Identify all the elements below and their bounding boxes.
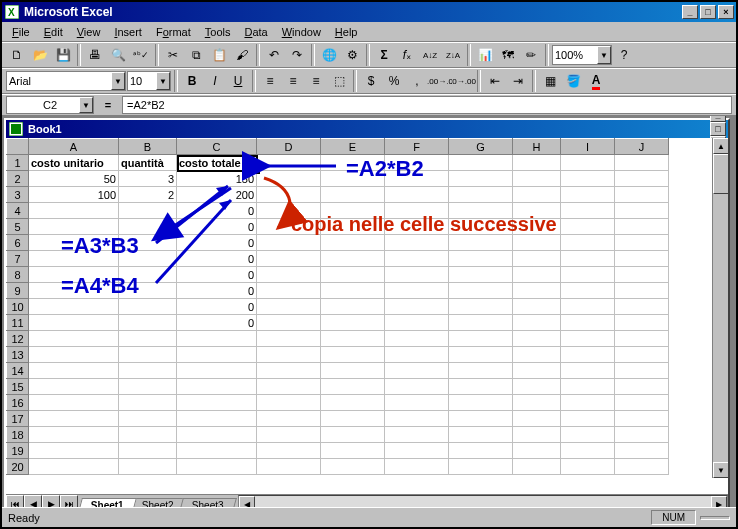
- cell-H2[interactable]: [513, 171, 561, 187]
- cell-A9[interactable]: [29, 283, 119, 299]
- cell-G18[interactable]: [449, 427, 513, 443]
- save-icon[interactable]: 💾: [52, 44, 74, 66]
- chart-wizard-icon[interactable]: 📊: [474, 44, 496, 66]
- cell-H14[interactable]: [513, 363, 561, 379]
- row-header-14[interactable]: 14: [7, 363, 29, 379]
- cell-J1[interactable]: [615, 155, 669, 171]
- align-left-icon[interactable]: ≡: [259, 70, 281, 92]
- cell-F4[interactable]: [385, 203, 449, 219]
- decrease-decimal-icon[interactable]: .0→.00: [452, 70, 474, 92]
- cell-D16[interactable]: [257, 395, 321, 411]
- cell-D3[interactable]: [257, 187, 321, 203]
- cell-D19[interactable]: [257, 443, 321, 459]
- cell-H9[interactable]: [513, 283, 561, 299]
- hyperlink-icon[interactable]: 🌐: [318, 44, 340, 66]
- cell-C13[interactable]: [177, 347, 257, 363]
- cell-H15[interactable]: [513, 379, 561, 395]
- sheet-tab-2[interactable]: Sheet2: [129, 498, 186, 507]
- cell-J5[interactable]: [615, 219, 669, 235]
- cell-B6[interactable]: [119, 235, 177, 251]
- cell-H18[interactable]: [513, 427, 561, 443]
- cell-H11[interactable]: [513, 315, 561, 331]
- cell-G6[interactable]: [449, 235, 513, 251]
- cell-A4[interactable]: [29, 203, 119, 219]
- cell-F14[interactable]: [385, 363, 449, 379]
- scroll-up-icon[interactable]: ▲: [713, 138, 728, 154]
- scroll-thumb[interactable]: [713, 154, 728, 194]
- cell-G16[interactable]: [449, 395, 513, 411]
- cell-B3[interactable]: 2: [119, 187, 177, 203]
- cell-I19[interactable]: [561, 443, 615, 459]
- cell-G9[interactable]: [449, 283, 513, 299]
- cell-F11[interactable]: [385, 315, 449, 331]
- cell-A13[interactable]: [29, 347, 119, 363]
- cell-D1[interactable]: [257, 155, 321, 171]
- cell-D12[interactable]: [257, 331, 321, 347]
- cell-D9[interactable]: [257, 283, 321, 299]
- grid[interactable]: ABCDEFGHIJ1costo unitarioquantitàcosto t…: [6, 138, 669, 475]
- comma-icon[interactable]: ,: [406, 70, 428, 92]
- cell-A17[interactable]: [29, 411, 119, 427]
- cell-B4[interactable]: [119, 203, 177, 219]
- cell-A18[interactable]: [29, 427, 119, 443]
- cell-A14[interactable]: [29, 363, 119, 379]
- cell-D15[interactable]: [257, 379, 321, 395]
- cell-F12[interactable]: [385, 331, 449, 347]
- row-header-7[interactable]: 7: [7, 251, 29, 267]
- cell-D18[interactable]: [257, 427, 321, 443]
- maximize-button[interactable]: □: [700, 5, 716, 19]
- cell-J13[interactable]: [615, 347, 669, 363]
- cell-H17[interactable]: [513, 411, 561, 427]
- cell-J2[interactable]: [615, 171, 669, 187]
- scroll-left-icon[interactable]: ◀: [239, 496, 255, 507]
- drawing-icon[interactable]: ✏: [520, 44, 542, 66]
- cell-I16[interactable]: [561, 395, 615, 411]
- sheet-tab-3[interactable]: Sheet3: [179, 498, 236, 507]
- web-toolbar-icon[interactable]: ⚙: [341, 44, 363, 66]
- row-header-10[interactable]: 10: [7, 299, 29, 315]
- paste-icon[interactable]: 📋: [208, 44, 230, 66]
- cell-C14[interactable]: [177, 363, 257, 379]
- cell-A11[interactable]: [29, 315, 119, 331]
- currency-icon[interactable]: $: [360, 70, 382, 92]
- cell-E1[interactable]: [321, 155, 385, 171]
- cell-B9[interactable]: [119, 283, 177, 299]
- cell-B2[interactable]: 3: [119, 171, 177, 187]
- cell-H5[interactable]: [513, 219, 561, 235]
- cell-I7[interactable]: [561, 251, 615, 267]
- spellcheck-icon[interactable]: ᵃᵇ✓: [130, 44, 152, 66]
- cell-H13[interactable]: [513, 347, 561, 363]
- cell-E20[interactable]: [321, 459, 385, 475]
- cell-E4[interactable]: [321, 203, 385, 219]
- cell-J18[interactable]: [615, 427, 669, 443]
- cell-G14[interactable]: [449, 363, 513, 379]
- row-header-18[interactable]: 18: [7, 427, 29, 443]
- column-header-C[interactable]: C: [177, 139, 257, 155]
- font-color-icon[interactable]: A: [585, 70, 607, 92]
- row-header-3[interactable]: 3: [7, 187, 29, 203]
- print-icon[interactable]: 🖶: [84, 44, 106, 66]
- cell-D20[interactable]: [257, 459, 321, 475]
- decrease-indent-icon[interactable]: ⇤: [484, 70, 506, 92]
- cell-I9[interactable]: [561, 283, 615, 299]
- cell-C3[interactable]: 200: [177, 187, 257, 203]
- cell-C9[interactable]: 0: [177, 283, 257, 299]
- cell-D10[interactable]: [257, 299, 321, 315]
- cell-G13[interactable]: [449, 347, 513, 363]
- cell-E19[interactable]: [321, 443, 385, 459]
- format-painter-icon[interactable]: 🖌: [231, 44, 253, 66]
- cell-J12[interactable]: [615, 331, 669, 347]
- cell-F13[interactable]: [385, 347, 449, 363]
- cell-E5[interactable]: [321, 219, 385, 235]
- cell-B15[interactable]: [119, 379, 177, 395]
- underline-icon[interactable]: U: [227, 70, 249, 92]
- cell-D6[interactable]: [257, 235, 321, 251]
- cell-F6[interactable]: [385, 235, 449, 251]
- scroll-down-icon[interactable]: ▼: [713, 462, 728, 478]
- menu-tools[interactable]: Tools: [199, 24, 237, 40]
- row-header-1[interactable]: 1: [7, 155, 29, 171]
- cell-D4[interactable]: [257, 203, 321, 219]
- help-icon[interactable]: ?: [613, 44, 635, 66]
- increase-indent-icon[interactable]: ⇥: [507, 70, 529, 92]
- cell-A10[interactable]: [29, 299, 119, 315]
